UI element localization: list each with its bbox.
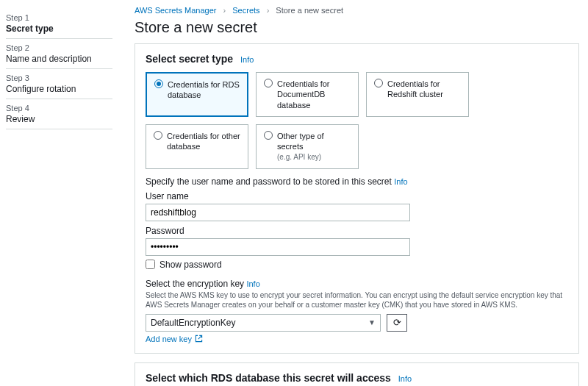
card-documentdb[interactable]: Credentials for DocumentDB database: [256, 72, 359, 117]
add-key-link[interactable]: Add new key: [146, 335, 203, 343]
card-rds[interactable]: Credentials for RDS database: [146, 72, 248, 117]
wizard-step-secret-type[interactable]: Step 1 Secret type: [6, 9, 112, 39]
password-label: Password: [146, 226, 568, 236]
refresh-button[interactable]: ⟳: [387, 314, 407, 332]
encryption-label: Select the encryption key Info: [146, 279, 568, 289]
wizard-step-title: Name and description: [6, 54, 112, 64]
external-link-icon: [195, 335, 203, 343]
wizard-nav: Step 1 Secret type Step 2 Name and descr…: [0, 0, 121, 386]
refresh-icon: ⟳: [393, 317, 401, 328]
wizard-step-label: Step 2: [6, 43, 112, 52]
breadcrumb-secrets[interactable]: Secrets: [232, 6, 259, 15]
wizard-step-label: Step 1: [6, 13, 112, 22]
wizard-step-title: Secret type: [6, 24, 112, 34]
wizard-step-name[interactable]: Step 2 Name and description: [6, 39, 112, 69]
card-redshift[interactable]: Credentials for Redshift cluster: [366, 72, 469, 117]
wizard-step-title: Review: [6, 114, 112, 124]
chevron-down-icon: ▼: [368, 318, 376, 326]
breadcrumb-current: Store a new secret: [276, 6, 343, 15]
radio-icon: [264, 79, 273, 87]
wizard-step-label: Step 3: [6, 74, 112, 82]
specify-text: Specify the user name and password to be…: [146, 176, 568, 187]
show-password-label: Show password: [159, 260, 222, 270]
wizard-step-title: Configure rotation: [6, 84, 112, 94]
chevron-right-icon: ›: [223, 6, 226, 15]
section-title: Select secret type Info: [146, 53, 568, 65]
page-title: Store a new secret: [135, 19, 579, 36]
username-label: User name: [146, 191, 568, 201]
secret-type-panel: Select secret type Info Credentials for …: [135, 43, 579, 354]
wizard-step-rotation[interactable]: Step 3 Configure rotation: [6, 69, 112, 99]
radio-icon: [154, 79, 163, 88]
password-input[interactable]: [146, 238, 410, 256]
radio-icon: [154, 131, 162, 140]
chevron-right-icon: ›: [267, 6, 270, 15]
wizard-step-review[interactable]: Step 4 Review: [6, 99, 112, 129]
username-input[interactable]: [146, 204, 410, 221]
card-other-db[interactable]: Credentials for other database: [146, 124, 248, 169]
radio-icon: [264, 131, 273, 140]
section-title: Select which RDS database this secret wi…: [146, 372, 568, 384]
breadcrumb-root[interactable]: AWS Secrets Manager: [135, 6, 216, 15]
encryption-key-select[interactable]: DefaultEncryptionKey ▼: [146, 314, 381, 332]
wizard-step-label: Step 4: [6, 104, 112, 112]
info-link[interactable]: Info: [394, 177, 407, 186]
info-link[interactable]: Info: [240, 55, 254, 64]
breadcrumb: AWS Secrets Manager › Secrets › Store a …: [135, 6, 579, 15]
card-other-secret[interactable]: Other type of secrets(e.g. API key): [256, 124, 359, 169]
info-link[interactable]: Info: [246, 279, 259, 288]
rds-select-panel: Select which RDS database this secret wi…: [135, 362, 579, 386]
encryption-description: Select the AWS KMS key to use to encrypt…: [146, 290, 568, 310]
show-password-checkbox[interactable]: [146, 260, 155, 269]
radio-icon: [374, 79, 383, 87]
info-link[interactable]: Info: [398, 374, 412, 383]
